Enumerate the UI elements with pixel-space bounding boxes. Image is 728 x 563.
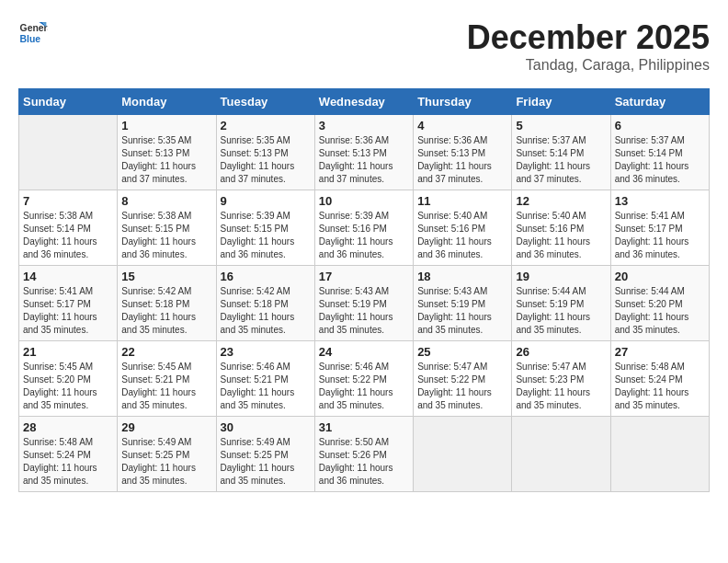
calendar-cell: 24Sunrise: 5:46 AMSunset: 5:22 PMDayligh… xyxy=(314,341,413,417)
day-info: Sunrise: 5:36 AMSunset: 5:13 PMDaylight:… xyxy=(417,134,507,186)
day-number: 1 xyxy=(121,119,211,132)
day-number: 11 xyxy=(417,194,507,208)
day-number: 19 xyxy=(516,270,606,283)
calendar-cell: 26Sunrise: 5:47 AMSunset: 5:23 PMDayligh… xyxy=(512,341,610,417)
calendar-cell: 28Sunrise: 5:48 AMSunset: 5:24 PMDayligh… xyxy=(19,417,118,492)
day-number: 30 xyxy=(221,420,311,434)
calendar-cell: 17Sunrise: 5:43 AMSunset: 5:19 PMDayligh… xyxy=(314,266,413,341)
location: Tandag, Caraga, Philippines xyxy=(467,57,710,74)
svg-text:Blue: Blue xyxy=(20,34,41,44)
calendar-cell: 25Sunrise: 5:47 AMSunset: 5:22 PMDayligh… xyxy=(414,341,512,417)
day-info: Sunrise: 5:48 AMSunset: 5:24 PMDaylight:… xyxy=(615,361,705,412)
day-number: 31 xyxy=(319,420,409,434)
day-info: Sunrise: 5:36 AMSunset: 5:13 PMDaylight:… xyxy=(319,134,409,186)
calendar-cell: 21Sunrise: 5:45 AMSunset: 5:20 PMDayligh… xyxy=(19,341,118,417)
calendar-cell: 19Sunrise: 5:44 AMSunset: 5:19 PMDayligh… xyxy=(512,266,610,341)
calendar-cell xyxy=(512,417,610,492)
day-info: Sunrise: 5:45 AMSunset: 5:20 PMDaylight:… xyxy=(23,361,113,412)
day-info: Sunrise: 5:35 AMSunset: 5:13 PMDaylight:… xyxy=(221,134,311,186)
day-info: Sunrise: 5:38 AMSunset: 5:15 PMDaylight:… xyxy=(121,210,211,261)
day-number: 23 xyxy=(221,345,311,359)
logo-icon: General Blue xyxy=(18,18,48,48)
day-info: Sunrise: 5:46 AMSunset: 5:22 PMDaylight:… xyxy=(319,361,409,412)
day-info: Sunrise: 5:38 AMSunset: 5:14 PMDaylight:… xyxy=(23,210,113,261)
day-number: 26 xyxy=(516,345,606,359)
day-info: Sunrise: 5:42 AMSunset: 5:18 PMDaylight:… xyxy=(221,285,311,337)
calendar-cell: 14Sunrise: 5:41 AMSunset: 5:17 PMDayligh… xyxy=(19,266,118,341)
calendar-cell: 13Sunrise: 5:41 AMSunset: 5:17 PMDayligh… xyxy=(610,190,709,266)
day-number: 16 xyxy=(221,270,311,283)
day-number: 10 xyxy=(319,194,409,208)
day-number: 5 xyxy=(516,119,606,132)
day-number: 2 xyxy=(221,119,311,132)
header-day-saturday: Saturday xyxy=(610,89,709,115)
calendar-cell: 2Sunrise: 5:35 AMSunset: 5:13 PMDaylight… xyxy=(216,115,314,190)
day-info: Sunrise: 5:39 AMSunset: 5:16 PMDaylight:… xyxy=(319,210,409,261)
header-day-wednesday: Wednesday xyxy=(314,89,413,115)
day-number: 27 xyxy=(615,345,705,359)
calendar-header-row: SundayMondayTuesdayWednesdayThursdayFrid… xyxy=(19,89,710,115)
calendar-cell: 15Sunrise: 5:42 AMSunset: 5:18 PMDayligh… xyxy=(118,266,216,341)
day-number: 14 xyxy=(23,270,113,283)
day-number: 3 xyxy=(319,119,409,132)
week-row-3: 14Sunrise: 5:41 AMSunset: 5:17 PMDayligh… xyxy=(19,266,710,341)
day-info: Sunrise: 5:46 AMSunset: 5:21 PMDaylight:… xyxy=(221,361,311,412)
day-info: Sunrise: 5:42 AMSunset: 5:18 PMDaylight:… xyxy=(121,285,211,337)
day-info: Sunrise: 5:41 AMSunset: 5:17 PMDaylight:… xyxy=(23,285,113,337)
header-day-monday: Monday xyxy=(118,89,216,115)
calendar-cell: 1Sunrise: 5:35 AMSunset: 5:13 PMDaylight… xyxy=(118,115,216,190)
day-number: 4 xyxy=(417,119,507,132)
day-info: Sunrise: 5:35 AMSunset: 5:13 PMDaylight:… xyxy=(121,134,211,186)
day-info: Sunrise: 5:48 AMSunset: 5:24 PMDaylight:… xyxy=(23,436,113,488)
day-number: 17 xyxy=(319,270,409,283)
title-area: December 2025 Tandag, Caraga, Philippine… xyxy=(467,18,710,74)
day-number: 20 xyxy=(615,270,705,283)
calendar-cell: 12Sunrise: 5:40 AMSunset: 5:16 PMDayligh… xyxy=(512,190,610,266)
calendar-cell: 5Sunrise: 5:37 AMSunset: 5:14 PMDaylight… xyxy=(512,115,610,190)
page-header: General Blue December 2025 Tandag, Carag… xyxy=(18,18,710,74)
day-number: 12 xyxy=(516,194,606,208)
day-number: 6 xyxy=(615,119,705,132)
day-number: 28 xyxy=(23,420,113,434)
day-number: 22 xyxy=(121,345,211,359)
day-info: Sunrise: 5:49 AMSunset: 5:25 PMDaylight:… xyxy=(221,436,311,488)
day-number: 24 xyxy=(319,345,409,359)
calendar-cell: 30Sunrise: 5:49 AMSunset: 5:25 PMDayligh… xyxy=(216,417,314,492)
day-info: Sunrise: 5:43 AMSunset: 5:19 PMDaylight:… xyxy=(417,285,507,337)
day-number: 9 xyxy=(221,194,311,208)
day-number: 15 xyxy=(121,270,211,283)
calendar-cell: 11Sunrise: 5:40 AMSunset: 5:16 PMDayligh… xyxy=(414,190,512,266)
header-day-tuesday: Tuesday xyxy=(216,89,314,115)
week-row-4: 21Sunrise: 5:45 AMSunset: 5:20 PMDayligh… xyxy=(19,341,710,417)
calendar-cell: 18Sunrise: 5:43 AMSunset: 5:19 PMDayligh… xyxy=(414,266,512,341)
week-row-2: 7Sunrise: 5:38 AMSunset: 5:14 PMDaylight… xyxy=(19,190,710,266)
calendar-cell: 4Sunrise: 5:36 AMSunset: 5:13 PMDaylight… xyxy=(414,115,512,190)
calendar-cell xyxy=(414,417,512,492)
header-day-friday: Friday xyxy=(512,89,610,115)
logo: General Blue xyxy=(18,18,48,48)
calendar-cell: 22Sunrise: 5:45 AMSunset: 5:21 PMDayligh… xyxy=(118,341,216,417)
calendar-cell: 6Sunrise: 5:37 AMSunset: 5:14 PMDaylight… xyxy=(610,115,709,190)
day-number: 29 xyxy=(121,420,211,434)
calendar-cell: 16Sunrise: 5:42 AMSunset: 5:18 PMDayligh… xyxy=(216,266,314,341)
day-info: Sunrise: 5:40 AMSunset: 5:16 PMDaylight:… xyxy=(516,210,606,261)
calendar-cell: 29Sunrise: 5:49 AMSunset: 5:25 PMDayligh… xyxy=(118,417,216,492)
day-info: Sunrise: 5:43 AMSunset: 5:19 PMDaylight:… xyxy=(319,285,409,337)
day-info: Sunrise: 5:37 AMSunset: 5:14 PMDaylight:… xyxy=(615,134,705,186)
day-number: 7 xyxy=(23,194,113,208)
day-info: Sunrise: 5:44 AMSunset: 5:19 PMDaylight:… xyxy=(516,285,606,337)
week-row-1: 1Sunrise: 5:35 AMSunset: 5:13 PMDaylight… xyxy=(19,115,710,190)
day-number: 25 xyxy=(417,345,507,359)
day-info: Sunrise: 5:41 AMSunset: 5:17 PMDaylight:… xyxy=(615,210,705,261)
day-number: 21 xyxy=(23,345,113,359)
calendar-cell: 8Sunrise: 5:38 AMSunset: 5:15 PMDaylight… xyxy=(118,190,216,266)
calendar-cell: 9Sunrise: 5:39 AMSunset: 5:15 PMDaylight… xyxy=(216,190,314,266)
day-info: Sunrise: 5:47 AMSunset: 5:23 PMDaylight:… xyxy=(516,361,606,412)
day-info: Sunrise: 5:44 AMSunset: 5:20 PMDaylight:… xyxy=(615,285,705,337)
header-day-sunday: Sunday xyxy=(19,89,118,115)
header-day-thursday: Thursday xyxy=(414,89,512,115)
calendar-cell: 3Sunrise: 5:36 AMSunset: 5:13 PMDaylight… xyxy=(314,115,413,190)
calendar-cell xyxy=(610,417,709,492)
calendar-cell: 31Sunrise: 5:50 AMSunset: 5:26 PMDayligh… xyxy=(314,417,413,492)
day-info: Sunrise: 5:47 AMSunset: 5:22 PMDaylight:… xyxy=(417,361,507,412)
